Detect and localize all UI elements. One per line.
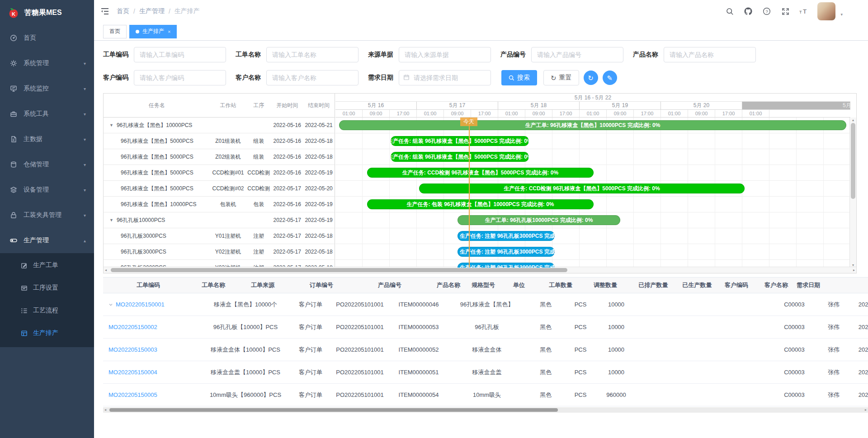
font-size-icon[interactable]: TT <box>797 5 811 18</box>
tab-production-scheduling[interactable]: 生产排产 × <box>129 25 177 38</box>
gantt-bar-row: 生产任务: 组装 96孔移液盒【黑色】5000PCS 完成比例: 0% <box>335 133 850 149</box>
customer-name-input[interactable] <box>266 70 359 85</box>
refresh-icon: ↻ <box>551 75 557 81</box>
scroll-up-icon[interactable]: ▴ <box>850 118 856 122</box>
sidebar-item-fixtures[interactable]: 工装夹具管理 ▾ <box>0 203 94 228</box>
gantt-bar[interactable]: 生产工单: 96孔移液盒【黑色】10000PCS 完成比例: 0% <box>339 120 846 130</box>
sidebar-item-home[interactable]: 首页 <box>0 25 94 51</box>
work-order-link[interactable]: MO202205150004 <box>108 369 157 376</box>
sidebar-fold-icon[interactable] <box>100 6 110 16</box>
table-row[interactable]: MO202205150003 移液盒盒体【10000】PCS 客户订单 PO20… <box>103 339 868 361</box>
sidebar-item-process-flow[interactable]: 工艺流程 <box>0 299 94 322</box>
gantt-bar[interactable]: 生产任务: 注塑 96孔孔板3000PCS 完成比例: 0% <box>458 247 555 257</box>
fullscreen-icon[interactable] <box>778 5 792 18</box>
breadcrumb-production[interactable]: 生产管理 <box>139 7 165 15</box>
close-tab-icon[interactable]: × <box>168 29 170 34</box>
breadcrumb: 首页 / 生产管理 / 生产排产 <box>117 7 200 15</box>
edit-round-button[interactable]: ✎ <box>603 71 617 85</box>
search-icon[interactable] <box>723 5 736 18</box>
product-name-input[interactable] <box>664 47 756 62</box>
source-doc-input[interactable] <box>399 47 491 62</box>
sidebar-item-system-tools[interactable]: 系统工具 ▾ <box>0 101 94 127</box>
gantt-horizontal-scrollbar[interactable]: ◂ ▸ <box>104 267 856 273</box>
active-tab-dot-icon <box>136 30 139 33</box>
scrollbar-thumb[interactable] <box>111 268 567 272</box>
work-order-code-input[interactable] <box>134 47 226 62</box>
gantt-bar-row: 生产任务: CCD检测 96孔移液盒【黑色】5000PCS 完成比例: 0% <box>335 165 850 181</box>
scrollbar-thumb[interactable] <box>851 123 855 199</box>
gantt-vertical-scrollbar[interactable]: ▴ ▾ <box>849 118 856 268</box>
gantt-bar[interactable]: 生产任务: 组装 96孔移液盒【黑色】5000PCS 完成比例: 0% <box>391 152 529 162</box>
breadcrumb-home[interactable]: 首页 <box>117 7 129 15</box>
gantt-bar[interactable]: 生产任务: CCD检测 96孔移液盒【黑色】5000PCS 完成比例: 0% <box>419 184 745 193</box>
field-label: 工单名称 <box>236 51 261 59</box>
tree-caret-icon[interactable]: ▼ <box>109 123 113 127</box>
avatar-caret-icon[interactable]: ▾ <box>840 12 843 17</box>
table-row[interactable]: MO202205150002 96孔孔板【10000】PCS 客户订单 PO20… <box>103 316 868 339</box>
tab-home[interactable]: 首页 <box>103 25 127 38</box>
table-column-header: 工单名称 <box>193 281 233 289</box>
help-icon[interactable]: ? <box>760 5 774 18</box>
reset-button[interactable]: ↻ 重置 <box>543 70 579 85</box>
scrollbar-thumb[interactable] <box>109 408 558 412</box>
search-button[interactable]: 搜索 <box>501 70 537 85</box>
sidebar-item-equipment[interactable]: 设备管理 ▾ <box>0 177 94 203</box>
gantt-task-row[interactable]: ▼96孔孔板10000PCS 2022-05-17 2022-05-19 <box>104 212 335 228</box>
gantt-bar[interactable]: 生产任务: 组装 96孔移液盒【黑色】5000PCS 完成比例: 0% <box>391 136 529 146</box>
logo-berry-icon: K <box>7 6 20 19</box>
day-cell: 5月 19 <box>580 102 661 109</box>
app-logo[interactable]: K 苦糖果MES <box>0 0 94 25</box>
tree-caret-icon[interactable]: ▼ <box>109 218 113 222</box>
work-order-link[interactable]: MO202205150002 <box>108 324 157 330</box>
gantt-task-row[interactable]: 96孔孔板3000PCS Y02注塑机 注塑 2022-05-17 2022-0… <box>104 244 335 260</box>
work-order-link[interactable]: MO202205150005 <box>108 391 157 398</box>
scroll-left-icon[interactable]: ◂ <box>105 267 107 273</box>
hour-cell: 01:00 <box>580 110 607 117</box>
customer-code-input[interactable] <box>134 70 226 85</box>
sidebar-item-process-setting[interactable]: 工序设置 <box>0 277 94 299</box>
chevron-down-icon: ▾ <box>84 162 86 167</box>
gantt-task-row[interactable]: 96孔孔板3000PCS Y01注塑机 注塑 2022-05-17 2022-0… <box>104 228 335 244</box>
gantt-bar[interactable]: 生产任务: 包装 96孔移液盒【黑色】10000PCS 完成比例: 0% <box>367 199 594 209</box>
product-code-input[interactable] <box>531 47 623 62</box>
work-order-link[interactable]: MO202205150001 <box>116 301 165 308</box>
table-horizontal-scrollbar[interactable]: ◂ ▸ <box>103 407 868 413</box>
scroll-right-icon[interactable]: ▸ <box>865 407 867 412</box>
github-icon[interactable] <box>741 5 755 18</box>
day-cell: 5月 18 <box>498 102 580 109</box>
sidebar-item-system-mgmt[interactable]: 系统管理 ▾ <box>0 51 94 76</box>
sidebar-item-production[interactable]: 生产管理 ▴ <box>0 228 94 253</box>
gantt-bar[interactable]: 生产任务: 注塑 96孔孔板3000PCS 完成比例: 0% <box>458 231 555 241</box>
gantt-bar[interactable]: 生产任务: CCD检测 96孔移液盒【黑色】5000PCS 完成比例: 0% <box>367 168 594 178</box>
sidebar-item-system-monitor[interactable]: 系统监控 ▾ <box>0 76 94 101</box>
user-avatar[interactable] <box>817 2 835 20</box>
gantt-bar[interactable]: 生产任务: 注塑 96孔孔板3000PCS 完成比例: 0% <box>458 263 555 268</box>
production-submenu: 生产工单 工序设置 工艺流程 生产排产 <box>0 253 94 347</box>
table-column-header: 需求日期 <box>797 281 820 289</box>
sidebar-item-production-scheduling[interactable]: 生产排产 <box>0 322 94 344</box>
work-order-name-input[interactable] <box>266 47 359 62</box>
gantt-task-row[interactable]: 96孔移液盒【黑色】5000PCS Z01组装机 组装 2022-05-16 2… <box>104 133 335 149</box>
gantt-task-row[interactable]: 96孔移液盒【黑色】5000PCS Z02组装机 组装 2022-05-16 2… <box>104 149 335 165</box>
sidebar-item-work-order[interactable]: 生产工单 <box>0 254 94 277</box>
hour-cell: 01:00 <box>661 110 688 117</box>
scroll-left-icon[interactable]: ◂ <box>104 407 106 412</box>
svg-text:?: ? <box>766 9 768 14</box>
gantt-task-row[interactable]: ▼96孔移液盒【黑色】10000PCS 2022-05-16 2022-05-2… <box>104 118 335 133</box>
demand-date-input[interactable] <box>399 70 491 85</box>
gantt-task-row[interactable]: 96孔移液盒【黑色】10000PCS 包装机 包装 2022-05-16 202… <box>104 197 335 212</box>
sidebar-item-warehouse[interactable]: 仓储管理 ▾ <box>0 152 94 177</box>
refresh-round-button[interactable]: ↻ <box>584 71 598 85</box>
field-label: 工单编码 <box>103 51 128 59</box>
table-row[interactable]: MO202205150001 移液盒【黑色】10000个 客户订单 PO2022… <box>103 293 868 316</box>
row-expand-caret-icon[interactable] <box>108 302 113 307</box>
table-row[interactable]: MO202205150004 移液盒盒盖【10000】PCS 客户订单 PO20… <box>103 361 868 384</box>
gantt-task-row[interactable]: 96孔移液盒【黑色】5000PCS CCD检测#02 CCD检测 2022-05… <box>104 181 335 197</box>
gantt-bar[interactable]: 生产工单: 96孔孔板10000PCS 完成比例: 0% <box>458 215 620 225</box>
scroll-right-icon[interactable]: ▸ <box>853 267 855 273</box>
sync-icon: ↻ <box>588 75 594 81</box>
gantt-task-row[interactable]: 96孔移液盒【黑色】5000PCS CCD检测#01 CCD检测 2022-05… <box>104 165 335 181</box>
sidebar-item-master-data[interactable]: 主数据 ▾ <box>0 127 94 152</box>
table-row[interactable]: MO202205150005 10mm吸头【960000】PCS 客户订单 PO… <box>103 384 868 406</box>
work-order-link[interactable]: MO202205150003 <box>108 346 157 353</box>
